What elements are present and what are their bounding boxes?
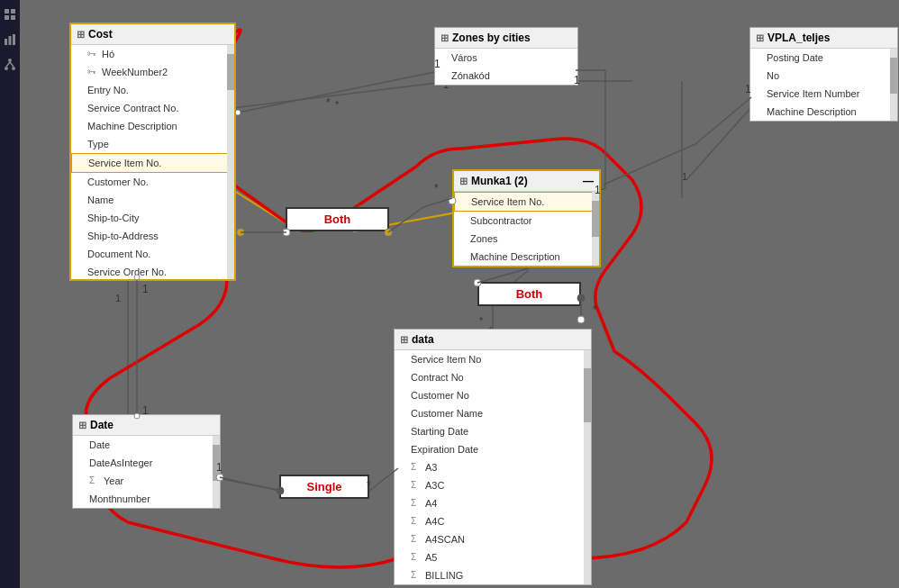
svg-line-40 — [477, 268, 529, 283]
table-row: Ship-to-Address — [71, 227, 234, 245]
svg-text:1: 1 — [682, 171, 687, 182]
table-row: Customer No. — [71, 173, 234, 191]
single-label[interactable]: Single — [279, 475, 369, 499]
scrollbar-thumb[interactable] — [213, 445, 220, 481]
munka1-table[interactable]: ⊞ Munka1 (2) — Service Item No. Subcontr… — [452, 169, 601, 267]
scrollbar[interactable] — [584, 350, 591, 584]
scrollbar-thumb[interactable] — [592, 201, 599, 237]
munka1-table-body: Service Item No. Subcontractor Zones Mac… — [454, 192, 599, 266]
svg-text:*: * — [434, 182, 439, 194]
zones-table[interactable]: ⊞ Zones by cities Város Zónakód — [434, 27, 578, 86]
table-row: Σ A4C — [395, 512, 591, 530]
table-row: Subcontractor — [454, 212, 599, 230]
both-label-1[interactable]: Both — [286, 207, 389, 231]
table-row: 🗝 WeekNumber2 — [71, 63, 234, 81]
svg-rect-5 — [9, 36, 12, 45]
svg-rect-3 — [11, 15, 15, 20]
cost-table-body: 🗝 Hó 🗝 WeekNumber2 Entry No. Service Con… — [71, 45, 234, 279]
canvas[interactable]: 1 * * 1 1 1 1 1 * * ⊞ Cost — [20, 0, 899, 588]
sidebar-icon-chart[interactable] — [3, 32, 17, 47]
svg-line-61 — [695, 97, 751, 144]
sidebar — [0, 0, 20, 588]
svg-line-37 — [388, 207, 423, 232]
svg-point-9 — [12, 67, 15, 70]
table-row: Service Contract No. — [71, 99, 234, 117]
svg-line-45 — [220, 477, 280, 491]
svg-text:*: * — [479, 315, 484, 326]
table-row: Service Order No. — [71, 263, 234, 279]
table-row-service-item: Service Item No. — [454, 192, 599, 212]
minimize-icon[interactable]: — — [583, 175, 594, 187]
date-table[interactable]: ⊞ Date Date DateAsInteger Σ Year Monthnu… — [72, 414, 221, 509]
vpla-table[interactable]: ⊞ VPLA_teljes Posting Date No Service It… — [749, 27, 898, 122]
data-table-body: Service Item No Contract No Customer No … — [395, 350, 591, 584]
svg-text:1: 1 — [115, 293, 121, 303]
svg-text:*: * — [593, 303, 597, 316]
table-row: Város — [435, 49, 577, 67]
date-table-body: Date DateAsInteger Σ Year Monthnumber — [73, 436, 220, 508]
sigma-icon: Σ — [411, 478, 422, 493]
date-table-header: ⊞ Date — [73, 415, 220, 436]
table-row: Type — [71, 135, 234, 153]
table-row: Posting Date — [750, 49, 897, 67]
scrollbar[interactable] — [890, 49, 897, 121]
table-row: DateAsInteger — [73, 454, 220, 472]
svg-text:1: 1 — [142, 283, 149, 295]
table-row: Monthnumber — [73, 490, 220, 508]
sigma-icon: Σ — [89, 474, 100, 488]
table-row-contract-no: Contract No — [395, 368, 591, 386]
svg-rect-6 — [13, 34, 15, 45]
table-row: Ship-to-City — [71, 209, 234, 227]
svg-rect-1 — [11, 9, 15, 14]
table-row-expiration-date: Expiration Date — [395, 440, 591, 458]
table-row: Document No. — [71, 245, 234, 263]
svg-line-10 — [6, 62, 10, 67]
table-row: Σ A4SCAN — [395, 530, 591, 548]
table-row: Σ Year — [73, 472, 220, 490]
svg-point-7 — [8, 59, 12, 62]
table-row: No — [750, 67, 897, 85]
key-icon: 🗝 — [87, 47, 98, 61]
sigma-icon: Σ — [411, 550, 422, 565]
sigma-icon: Σ — [411, 460, 422, 475]
scrollbar[interactable] — [213, 436, 220, 508]
scrollbar[interactable] — [592, 192, 599, 266]
svg-line-11 — [10, 62, 14, 67]
table-row: Machine Description — [71, 117, 234, 135]
scrollbar-thumb[interactable] — [890, 58, 897, 94]
scrollbar-thumb[interactable] — [584, 368, 591, 422]
svg-point-8 — [5, 67, 8, 70]
sidebar-icon-grid[interactable] — [3, 7, 17, 22]
table-row: Date — [73, 436, 220, 454]
table-row: Service Item No — [395, 350, 591, 368]
svg-text:*: * — [335, 99, 340, 110]
svg-line-62 — [604, 144, 695, 185]
cost-table[interactable]: ⊞ Cost 🗝 Hó 🗝 WeekNumber2 Entry No. Serv… — [69, 23, 236, 281]
data-table[interactable]: ⊞ data Service Item No Contract No Custo… — [394, 329, 592, 585]
sigma-icon: Σ — [411, 514, 422, 529]
table-row-customer-no: Customer No — [395, 386, 591, 404]
table-row: Σ A5 — [395, 548, 591, 566]
table-row-starting-date: Starting Date — [395, 422, 591, 440]
both-label-2[interactable]: Both — [477, 282, 581, 306]
svg-point-32 — [237, 229, 244, 236]
scrollbar-thumb[interactable] — [227, 54, 234, 90]
svg-rect-0 — [5, 9, 9, 14]
scrollbar[interactable] — [227, 45, 234, 279]
key-icon: 🗝 — [87, 65, 98, 79]
table-row: Service Item Number — [750, 85, 897, 103]
vpla-table-body: Posting Date No Service Item Number Mach… — [750, 49, 897, 121]
data-table-header: ⊞ data — [395, 330, 591, 350]
cost-table-header: ⊞ Cost — [71, 24, 234, 45]
table-row: Σ A4 — [395, 494, 591, 512]
table-row: Name — [71, 191, 234, 209]
table-row: Zónakód — [435, 67, 577, 85]
table-icon: ⊞ — [400, 334, 408, 346]
sidebar-icon-hierarchy[interactable] — [3, 58, 17, 72]
svg-line-52 — [238, 72, 434, 113]
table-row: Machine Description — [454, 248, 599, 266]
sigma-icon: Σ — [411, 532, 422, 547]
table-row-service-item: Service Item No. — [71, 153, 234, 173]
svg-point-43 — [577, 316, 585, 323]
table-row: Σ A3 — [395, 458, 591, 476]
